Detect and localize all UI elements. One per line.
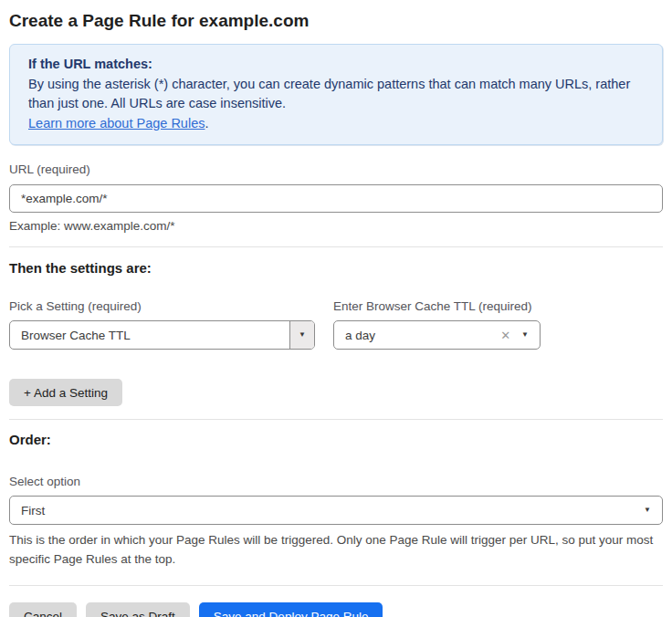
url-field-label: URL (required) [9,162,663,177]
chevron-down-icon: ▼ [299,331,306,339]
info-box-heading: If the URL matches: [28,55,644,75]
divider [9,585,663,586]
url-matches-info-box: If the URL matches: By using the asteris… [9,44,663,145]
ttl-picker-column: Enter Browser Cache TTL (required) a day… [333,299,541,350]
setting-picker-value: Browser Cache TTL [10,329,289,342]
save-as-draft-button[interactable]: Save as Draft [86,602,190,617]
divider [9,246,663,247]
order-helper-text: This is the order in which your Page Rul… [9,530,663,569]
order-select[interactable]: First ▼ [9,496,663,525]
url-input[interactable] [9,184,663,213]
setting-picker-caret-button[interactable]: ▼ [289,321,314,349]
add-setting-button[interactable]: + Add a Setting [9,379,122,406]
settings-row: Pick a Setting (required) Browser Cache … [9,299,663,350]
setting-picker-label: Pick a Setting (required) [9,299,315,314]
settings-section-heading: Then the settings are: [9,260,663,276]
order-select-label: Select option [9,475,663,489]
info-box-body: By using the asterisk (*) character, you… [28,75,644,114]
order-select-value: First [10,504,644,518]
cancel-button[interactable]: Cancel [9,602,77,617]
chevron-down-icon: ▼ [521,331,529,339]
divider [9,419,663,420]
setting-picker-column: Pick a Setting (required) Browser Cache … [9,299,315,350]
page-title: Create a Page Rule for example.com [9,9,663,33]
ttl-picker-label: Enter Browser Cache TTL (required) [333,299,541,314]
chevron-down-icon: ▼ [644,507,651,514]
ttl-picker-value: a day [334,329,500,342]
footer-button-bar: Cancel Save as Draft Save and Deploy Pag… [9,602,663,617]
order-section-heading: Order: [9,432,663,447]
info-box-link-line: Learn more about Page Rules. [28,114,644,134]
setting-picker-select[interactable]: Browser Cache TTL ▼ [9,320,315,350]
link-suffix: . [205,116,208,131]
save-and-deploy-button[interactable]: Save and Deploy Page Rule [199,602,383,617]
ttl-picker-select[interactable]: a day ✕ ▼ [333,320,541,350]
url-example-helper: Example: www.example.com/* [9,219,663,233]
learn-more-page-rules-link[interactable]: Learn more about Page Rules [28,116,205,131]
clear-icon[interactable]: ✕ [500,329,510,341]
